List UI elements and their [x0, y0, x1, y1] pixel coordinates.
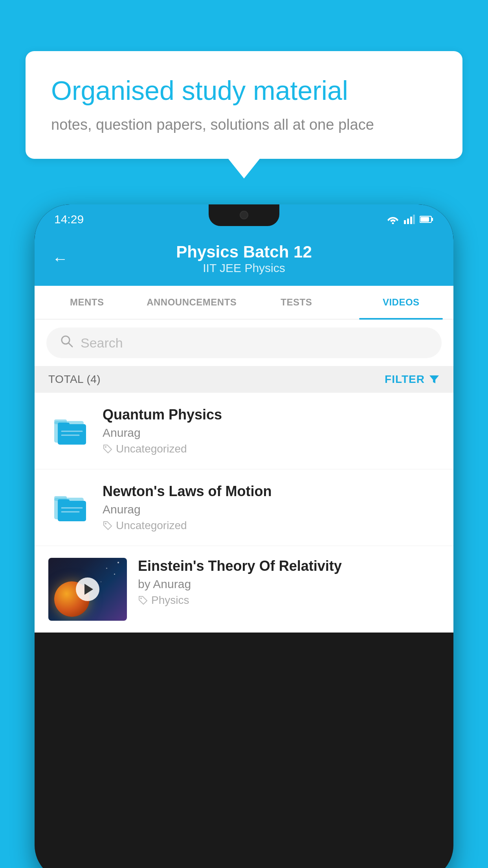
play-button[interactable] — [76, 577, 99, 601]
phone-screen: 14:29 — [35, 204, 453, 868]
play-icon — [84, 584, 93, 595]
status-bar: 14:29 — [35, 204, 453, 234]
tab-ments[interactable]: MENTS — [35, 286, 139, 319]
svg-rect-3 — [410, 217, 412, 224]
phone-notch — [209, 204, 279, 226]
svg-line-9 — [68, 343, 72, 347]
speech-bubble-arrow — [228, 159, 260, 178]
tag-icon — [138, 595, 148, 605]
folder-icon — [48, 485, 92, 528]
battery-icon — [420, 215, 434, 223]
svg-point-23 — [105, 523, 106, 524]
svg-rect-6 — [431, 218, 433, 221]
list-item[interactable]: Quantum Physics Anurag Uncategorized — [35, 393, 453, 469]
video-list: Quantum Physics Anurag Uncategorized — [35, 393, 453, 633]
speech-bubble-container: Organised study material notes, question… — [26, 51, 462, 178]
search-input[interactable]: Search — [81, 335, 123, 351]
search-icon — [60, 335, 73, 351]
svg-rect-2 — [407, 219, 409, 224]
status-time: 14:29 — [54, 213, 84, 226]
svg-point-0 — [392, 222, 394, 224]
batch-subtitle: IIT JEE Physics — [203, 261, 285, 275]
svg-rect-13 — [58, 423, 70, 427]
wifi-icon — [387, 215, 399, 224]
speech-bubble-title: Organised study material — [51, 75, 437, 107]
tab-announcements[interactable]: ANNOUNCEMENTS — [139, 286, 244, 319]
video-tag: Uncategorized — [103, 443, 440, 455]
filter-icon — [429, 374, 440, 385]
video-info: Einstein's Theory Of Relativity by Anura… — [138, 558, 440, 607]
front-camera — [240, 211, 248, 219]
search-input-wrap[interactable]: Search — [46, 327, 442, 358]
svg-point-16 — [105, 446, 106, 448]
video-info: Quantum Physics Anurag Uncategorized — [103, 406, 440, 455]
folder-icon — [48, 408, 92, 452]
svg-rect-7 — [420, 217, 429, 222]
top-bar-text: Physics Batch 12 IIT JEE Physics — [176, 243, 312, 275]
list-item[interactable]: Newton's Laws of Motion Anurag Uncategor… — [35, 469, 453, 546]
video-tag: Physics — [138, 594, 440, 607]
video-author: by Anurag — [138, 577, 440, 591]
back-button[interactable]: ← — [52, 250, 68, 268]
video-tag: Uncategorized — [103, 519, 440, 532]
video-author: Anurag — [103, 426, 440, 440]
video-title: Einstein's Theory Of Relativity — [138, 558, 440, 574]
top-bar: ← Physics Batch 12 IIT JEE Physics — [35, 234, 453, 286]
tab-bar: MENTS ANNOUNCEMENTS TESTS VIDEOS — [35, 286, 453, 320]
filter-bar: TOTAL (4) FILTER — [35, 366, 453, 393]
svg-rect-20 — [58, 499, 70, 504]
video-author: Anurag — [103, 503, 440, 516]
speech-bubble-subtitle: notes, question papers, solutions all at… — [51, 116, 437, 133]
signal-icon — [404, 215, 415, 224]
phone-frame: 14:29 — [35, 204, 453, 868]
filter-button[interactable]: FILTER — [385, 373, 440, 386]
status-icons — [387, 215, 434, 224]
video-thumbnail — [48, 558, 127, 621]
total-count: TOTAL (4) — [48, 373, 101, 386]
video-title: Quantum Physics — [103, 406, 440, 423]
search-bar: Search — [35, 320, 453, 366]
svg-rect-4 — [413, 215, 415, 224]
video-info: Newton's Laws of Motion Anurag Uncategor… — [103, 483, 440, 532]
batch-title: Physics Batch 12 — [176, 243, 312, 261]
svg-rect-1 — [404, 220, 406, 224]
tag-icon — [103, 520, 113, 531]
list-item[interactable]: Einstein's Theory Of Relativity by Anura… — [35, 546, 453, 633]
tab-tests[interactable]: TESTS — [244, 286, 349, 319]
svg-point-24 — [140, 598, 142, 599]
tab-videos[interactable]: VIDEOS — [349, 286, 454, 319]
speech-bubble: Organised study material notes, question… — [26, 51, 462, 159]
video-title: Newton's Laws of Motion — [103, 483, 440, 500]
tag-icon — [103, 444, 113, 454]
